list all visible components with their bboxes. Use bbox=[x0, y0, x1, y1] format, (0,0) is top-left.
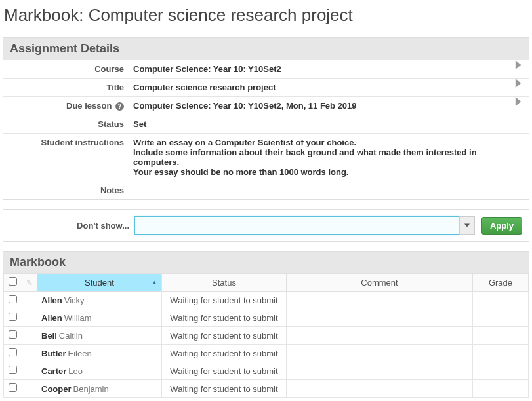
page-title: Markbook: Computer science research proj… bbox=[4, 5, 529, 26]
value-status: Set bbox=[128, 115, 513, 133]
grade-cell[interactable] bbox=[473, 345, 529, 362]
student-firstname: Benjamin bbox=[73, 384, 109, 394]
table-row[interactable]: BellCaitlinWaiting for student to submit bbox=[4, 327, 529, 345]
row-checkbox[interactable] bbox=[9, 383, 17, 392]
student-name-cell[interactable]: AllenVicky bbox=[37, 292, 162, 309]
row-title[interactable]: Title Computer science research project bbox=[3, 78, 529, 96]
label-status: Status bbox=[3, 115, 128, 133]
status-cell: Waiting for student to submit bbox=[162, 309, 287, 327]
student-surname: Carter bbox=[41, 366, 66, 376]
markbook-panel: Markbook ✎ Student ▲ Status Comment Grad… bbox=[3, 251, 529, 398]
student-name-cell[interactable]: CooperBenjamin bbox=[37, 380, 162, 398]
comment-cell[interactable] bbox=[287, 345, 473, 362]
grade-cell[interactable] bbox=[473, 327, 529, 345]
student-name-cell[interactable]: CarterLeo bbox=[37, 362, 162, 380]
row-edit-cell bbox=[22, 292, 37, 309]
student-firstname: Eileen bbox=[68, 349, 92, 358]
table-row[interactable]: AllenWilliamWaiting for student to submi… bbox=[4, 309, 529, 327]
student-surname: Cooper bbox=[41, 384, 72, 394]
student-name-cell[interactable]: BellCaitlin bbox=[37, 327, 162, 345]
filter-label: Don't show... bbox=[10, 221, 134, 231]
status-column-header[interactable]: Status bbox=[162, 274, 287, 292]
student-firstname: Caitlin bbox=[59, 331, 83, 341]
grade-column-header[interactable]: Grade bbox=[473, 274, 529, 292]
row-notes: Notes bbox=[3, 181, 529, 199]
chevron-right-icon[interactable] bbox=[513, 60, 529, 69]
chevron-right-icon[interactable] bbox=[513, 97, 529, 106]
row-checkbox[interactable] bbox=[9, 366, 17, 374]
table-row[interactable]: ButlerEileenWaiting for student to submi… bbox=[4, 345, 529, 362]
row-due-lesson[interactable]: Due lesson ? Computer Science: Year 10: … bbox=[3, 96, 529, 115]
label-due-text: Due lesson bbox=[66, 101, 112, 111]
student-firstname: William bbox=[64, 313, 92, 323]
grade-cell[interactable] bbox=[473, 380, 529, 398]
student-surname: Bell bbox=[41, 331, 57, 341]
comment-cell[interactable] bbox=[287, 309, 473, 327]
markbook-header: Markbook bbox=[3, 252, 529, 273]
select-caret-icon[interactable] bbox=[459, 216, 475, 235]
page-title-subject: Computer science research project bbox=[89, 5, 353, 25]
row-checkbox[interactable] bbox=[9, 313, 17, 321]
value-notes bbox=[128, 181, 513, 189]
status-cell: Waiting for student to submit bbox=[162, 292, 287, 309]
row-checkbox[interactable] bbox=[9, 348, 17, 356]
row-checkbox-cell bbox=[4, 380, 22, 398]
grade-cell[interactable] bbox=[473, 292, 529, 309]
row-edit-cell bbox=[22, 362, 37, 380]
student-firstname: Leo bbox=[68, 366, 83, 376]
row-edit-cell bbox=[22, 380, 37, 398]
student-surname: Allen bbox=[41, 313, 62, 323]
value-instructions: Write an essay on a Computer Scientist o… bbox=[128, 134, 513, 181]
select-all-header[interactable] bbox=[4, 274, 22, 292]
table-row[interactable]: CooperBenjaminWaiting for student to sub… bbox=[4, 380, 529, 398]
table-row[interactable]: CarterLeoWaiting for student to submit bbox=[4, 362, 529, 380]
student-name-cell[interactable]: ButlerEileen bbox=[37, 345, 162, 362]
student-surname: Allen bbox=[41, 296, 62, 305]
row-edit-cell bbox=[22, 327, 37, 345]
row-checkbox-cell bbox=[4, 309, 22, 327]
comment-cell[interactable] bbox=[287, 292, 473, 309]
grade-cell[interactable] bbox=[473, 309, 529, 327]
label-notes: Notes bbox=[3, 181, 128, 199]
dont-show-select[interactable] bbox=[134, 216, 459, 235]
value-due: Computer Science: Year 10: Y10Set2, Mon,… bbox=[128, 97, 513, 115]
row-instructions: Student instructions Write an essay on a… bbox=[3, 133, 529, 181]
select-all-checkbox[interactable] bbox=[9, 277, 17, 286]
label-title: Title bbox=[3, 79, 128, 96]
assignment-details-header: Assignment Details bbox=[3, 38, 529, 60]
page-title-prefix: Markbook: bbox=[4, 5, 83, 25]
row-checkbox[interactable] bbox=[9, 330, 17, 339]
help-icon[interactable]: ? bbox=[115, 102, 124, 111]
pencil-icon: ✎ bbox=[26, 278, 33, 288]
row-status: Status Set bbox=[3, 115, 529, 133]
student-column-label: Student bbox=[85, 278, 114, 288]
apply-button[interactable]: Apply bbox=[481, 217, 522, 235]
status-cell: Waiting for student to submit bbox=[162, 345, 287, 362]
comment-column-header[interactable]: Comment bbox=[287, 274, 473, 292]
row-checkbox-cell bbox=[4, 327, 22, 345]
chevron-right-icon[interactable] bbox=[513, 79, 529, 88]
row-edit-cell bbox=[22, 309, 37, 327]
student-firstname: Vicky bbox=[64, 296, 85, 305]
value-course: Computer Science: Year 10: Y10Set2 bbox=[128, 60, 513, 78]
comment-cell[interactable] bbox=[287, 327, 473, 345]
edit-column-header: ✎ bbox=[22, 274, 37, 292]
label-due: Due lesson ? bbox=[3, 97, 128, 115]
label-course: Course bbox=[3, 60, 128, 78]
assignment-details-panel: Assignment Details Course Computer Scien… bbox=[3, 37, 529, 200]
value-title: Computer science research project bbox=[128, 79, 513, 96]
row-edit-cell bbox=[22, 345, 37, 362]
row-checkbox[interactable] bbox=[9, 295, 17, 303]
student-column-header[interactable]: Student ▲ bbox=[37, 274, 162, 292]
table-row[interactable]: AllenVickyWaiting for student to submit bbox=[4, 292, 529, 309]
row-course[interactable]: Course Computer Science: Year 10: Y10Set… bbox=[3, 60, 529, 78]
filter-panel: Don't show... Apply bbox=[3, 209, 529, 242]
grade-cell[interactable] bbox=[473, 362, 529, 380]
comment-cell[interactable] bbox=[287, 362, 473, 380]
student-surname: Butler bbox=[41, 349, 66, 358]
row-checkbox-cell bbox=[4, 362, 22, 380]
student-name-cell[interactable]: AllenWilliam bbox=[37, 309, 162, 327]
markbook-table: ✎ Student ▲ Status Comment Grade AllenVi… bbox=[3, 273, 529, 398]
row-checkbox-cell bbox=[4, 292, 22, 309]
comment-cell[interactable] bbox=[287, 380, 473, 398]
